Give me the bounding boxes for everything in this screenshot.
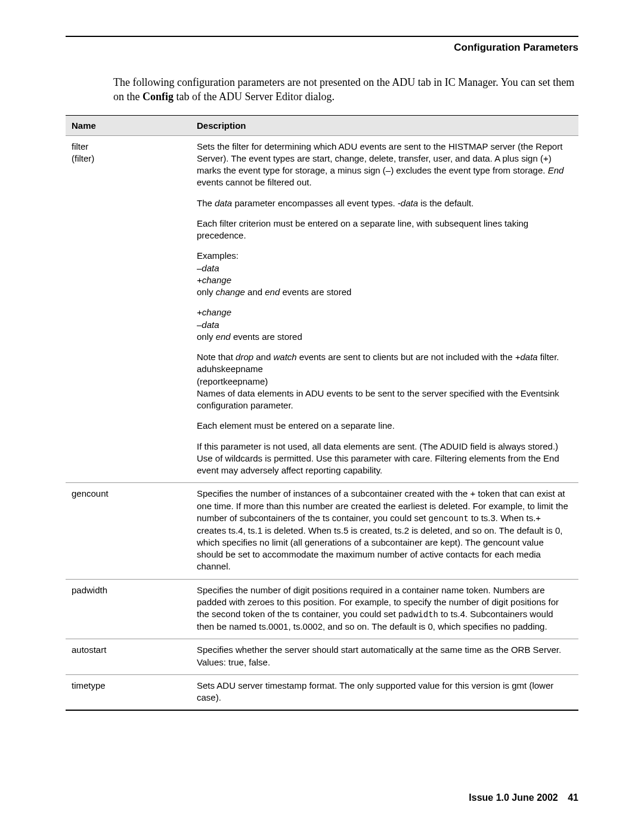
- param-name: padwidth: [66, 579, 191, 639]
- param-name: gencount: [66, 483, 191, 579]
- table-row: gencountSpecifies the number of instance…: [66, 483, 578, 579]
- param-description: Sets the filter for determining which AD…: [191, 135, 578, 483]
- page-header-title: Configuration Parameters: [66, 42, 578, 54]
- param-name: autostart: [66, 639, 191, 675]
- col-header-name: Name: [66, 115, 191, 135]
- page-footer: Issue 1.0 June 2002 41: [469, 792, 578, 803]
- param-description: Specifies the number of instances of a s…: [191, 483, 578, 579]
- table-row: autostartSpecifies whether the server sh…: [66, 639, 578, 675]
- footer-date: June 2002: [512, 792, 558, 803]
- table-row: filter (filter)Sets the filter for deter…: [66, 135, 578, 483]
- param-description: Specifies the number of digit positions …: [191, 579, 578, 639]
- table-row: timetypeSets ADU server timestamp format…: [66, 674, 578, 710]
- table-bottom-rule: [66, 710, 578, 711]
- table-header-row: Name Description: [66, 115, 578, 135]
- footer-page-number: 41: [568, 792, 578, 803]
- param-description: Specifies whether the server should star…: [191, 639, 578, 675]
- col-header-description: Description: [191, 115, 578, 135]
- param-name: timetype: [66, 674, 191, 710]
- parameters-table: Name Description filter (filter)Sets the…: [66, 115, 578, 710]
- intro-text-2: tab of the ADU Server Editor dialog.: [174, 91, 335, 103]
- intro-paragraph: The following configuration parameters a…: [113, 75, 578, 104]
- table-row: padwidthSpecifies the number of digit po…: [66, 579, 578, 639]
- page: Configuration Parameters The following c…: [0, 0, 644, 833]
- table-body: filter (filter)Sets the filter for deter…: [66, 135, 578, 710]
- param-description: Sets ADU server timestamp format. The on…: [191, 674, 578, 710]
- footer-issue: Issue 1.0: [469, 792, 509, 803]
- param-name: filter (filter): [66, 135, 191, 483]
- header-rule: [66, 36, 578, 37]
- intro-bold: Config: [143, 91, 174, 103]
